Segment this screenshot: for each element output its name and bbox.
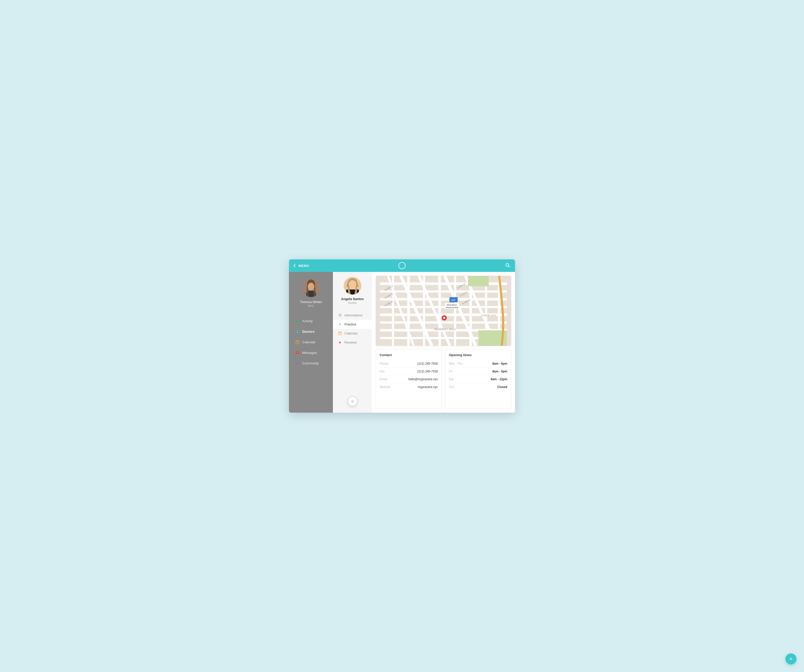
email-label: Email [380, 378, 387, 381]
messages-label: Messages [302, 351, 317, 355]
doctors-icon [295, 329, 300, 334]
plus-icon: + [338, 322, 342, 326]
contact-title: Contact [380, 353, 438, 357]
practice-label: Practice [345, 322, 356, 326]
hours-title: Opening times [449, 353, 507, 357]
svg-point-4 [308, 283, 314, 290]
phone-label: Phone [380, 362, 389, 365]
fri-label: Fri [449, 370, 453, 373]
user-avatar [302, 280, 320, 297]
email-value: hello@mypractice.nyc [408, 378, 438, 381]
info-icon: ⓘ [338, 313, 342, 317]
contact-fax-row: Fax (212) 285-7530 [380, 368, 438, 376]
community-label: Community [302, 361, 319, 365]
sidebar: Theresa Winter NYC Activity [289, 272, 333, 413]
sun-label: Sun [449, 385, 454, 389]
menu-label: MENU [299, 264, 309, 268]
messages-icon [295, 350, 300, 355]
website-value: mypractice.nyc [418, 385, 438, 389]
svg-rect-19 [339, 332, 342, 335]
contact-phone-row: Phone (212) 285-7500 [380, 360, 438, 368]
user-name: Theresa Winter [300, 300, 322, 304]
add-fab-button[interactable]: + [785, 653, 796, 664]
cal-icon [338, 331, 342, 335]
sidebar-item-community[interactable]: Community [289, 358, 333, 368]
community-icon [295, 361, 300, 365]
svg-rect-8 [296, 341, 299, 344]
submenu-practice[interactable]: + Practice [333, 320, 372, 329]
main-content: GCT W 40th St W 39th St W 38th St E 42nd… [372, 272, 515, 413]
calendar-label: Calendar [302, 340, 315, 344]
fri-hours: 8am - 5pm [492, 370, 507, 373]
svg-text:TUDOR CITY: TUDOR CITY [481, 314, 497, 317]
submenu-informations[interactable]: ⓘ Informations [333, 311, 372, 320]
svg-text:42nd Street-: 42nd Street- [447, 304, 457, 306]
close-fab-button[interactable] [348, 396, 358, 406]
submenu-reviews[interactable]: ★ Reviews [333, 338, 372, 347]
svg-point-16 [349, 280, 356, 289]
header-logo [399, 262, 405, 269]
nav-menu: Activity Doctors [289, 316, 333, 368]
menu-back-button[interactable]: MENU [294, 264, 309, 268]
info-row: Contact Phone (212) 285-7500 Fax (212) 2… [376, 349, 511, 409]
header: MENU [289, 259, 515, 272]
mon-thu-label: Mon - Thu [449, 362, 462, 365]
activity-icon [295, 319, 300, 323]
contact-card: Contact Phone (212) 285-7500 Fax (212) 2… [376, 349, 442, 409]
svg-line-1 [508, 266, 510, 267]
sat-hours: 9am - 12pm [491, 378, 507, 381]
user-location: NYC [308, 304, 314, 307]
sidebar-item-doctors[interactable]: Doctors [289, 327, 333, 336]
hours-sun: Sun Closed [449, 383, 507, 391]
svg-rect-47 [468, 276, 489, 286]
hours-card: Opening times Mon - Thu 8am - 6pm Fri 8a… [445, 349, 511, 409]
svg-point-14 [298, 362, 299, 363]
contact-website-row: Website mypractice.nyc [380, 383, 438, 391]
svg-point-13 [296, 362, 297, 363]
chevron-left-icon [293, 264, 297, 267]
informations-label: Informations [345, 313, 363, 317]
reviews-label: Reviews [345, 340, 357, 344]
sat-label: Sat [449, 378, 454, 381]
doctors-label: Doctors [302, 330, 315, 334]
phone-value: (212) 285-7500 [417, 362, 438, 365]
fax-label: Fax [380, 370, 385, 373]
app-container: MENU [289, 259, 515, 413]
hours-fri: Fri 8am - 5pm [449, 368, 507, 376]
svg-text:Grand Central: Grand Central [446, 306, 458, 309]
doctor-name: Angela Santos [341, 297, 364, 301]
star-icon: ★ [338, 340, 342, 344]
svg-point-52 [443, 317, 445, 319]
search-icon[interactable] [505, 263, 510, 269]
activity-label: Activity [302, 319, 312, 323]
doctor-avatar [344, 277, 361, 294]
map-container: GCT W 40th St W 39th St W 38th St E 42nd… [376, 276, 511, 346]
svg-rect-12 [296, 351, 299, 353]
doctor-panel: Angela Santos Dentist ⓘ Informations + P… [333, 272, 372, 413]
svg-text:MURRAY HILL: MURRAY HILL [435, 328, 456, 331]
svg-text:GCT: GCT [452, 299, 456, 301]
calendar-icon [295, 340, 300, 344]
svg-point-7 [297, 330, 298, 331]
contact-email-row: Email hello@mypractice.nyc [380, 376, 438, 383]
sidebar-item-activity[interactable]: Activity [289, 316, 333, 326]
mon-thu-hours: 8am - 6pm [492, 362, 507, 365]
body: Theresa Winter NYC Activity [289, 272, 515, 413]
website-label: Website [380, 385, 391, 389]
sun-hours: Closed [497, 385, 507, 389]
fax-value: (212) 285-7530 [417, 370, 438, 373]
hours-mon-thu: Mon - Thu 8am - 6pm [449, 360, 507, 368]
sidebar-item-calendar[interactable]: Calendar [289, 337, 333, 347]
sidebar-item-messages[interactable]: Messages [289, 348, 333, 357]
doctor-specialty: Dentist [348, 301, 356, 304]
plus-icon: + [789, 656, 793, 662]
sub-menu: ⓘ Informations + Practice [333, 311, 372, 347]
submenu-calendar[interactable]: Calendar [333, 329, 372, 338]
calendar-sublabel: Calendar [345, 332, 358, 335]
hours-sat: Sat 9am - 12pm [449, 376, 507, 383]
